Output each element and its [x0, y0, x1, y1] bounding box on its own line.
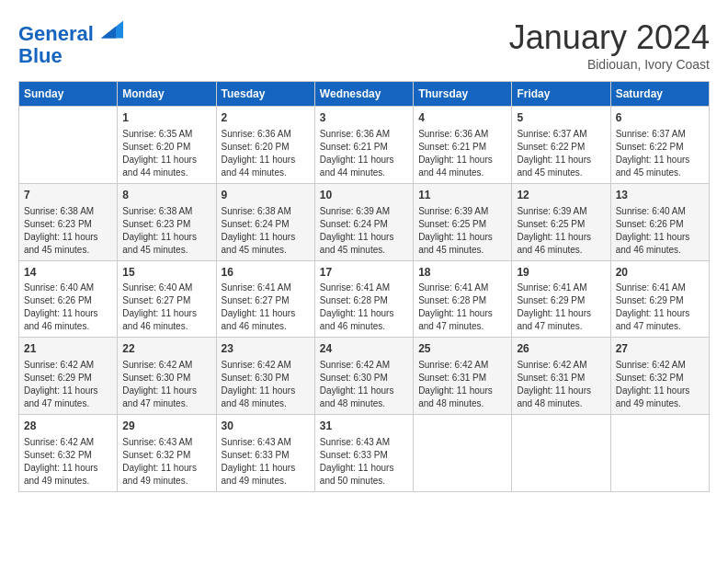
- day-number: 3: [320, 110, 408, 126]
- day-number: 7: [24, 188, 112, 203]
- calendar-cell: 18Sunrise: 6:41 AM Sunset: 6:28 PM Dayli…: [414, 260, 512, 338]
- calendar-week-row: 21Sunrise: 6:42 AM Sunset: 6:29 PM Dayli…: [19, 338, 710, 415]
- day-info: Sunrise: 6:40 AM Sunset: 6:27 PM Dayligh…: [122, 282, 210, 333]
- day-number: 26: [517, 341, 605, 357]
- header-sunday: Sunday: [19, 82, 118, 107]
- day-number: 24: [320, 341, 408, 357]
- calendar-cell: [512, 415, 610, 492]
- day-number: 18: [418, 265, 506, 281]
- calendar-cell: 17Sunrise: 6:41 AM Sunset: 6:28 PM Dayli…: [314, 260, 413, 338]
- calendar-cell: 4Sunrise: 6:36 AM Sunset: 6:21 PM Daylig…: [414, 107, 512, 184]
- calendar-cell: 2Sunrise: 6:36 AM Sunset: 6:20 PM Daylig…: [216, 107, 314, 184]
- day-number: 21: [24, 341, 112, 357]
- day-info: Sunrise: 6:41 AM Sunset: 6:29 PM Dayligh…: [616, 282, 704, 333]
- day-info: Sunrise: 6:39 AM Sunset: 6:25 PM Dayligh…: [517, 205, 605, 257]
- calendar-cell: 21Sunrise: 6:42 AM Sunset: 6:29 PM Dayli…: [19, 338, 118, 415]
- day-info: Sunrise: 6:38 AM Sunset: 6:23 PM Dayligh…: [122, 205, 210, 257]
- calendar-cell: 27Sunrise: 6:42 AM Sunset: 6:32 PM Dayli…: [610, 338, 709, 415]
- day-number: 28: [24, 419, 112, 434]
- day-info: Sunrise: 6:39 AM Sunset: 6:25 PM Dayligh…: [418, 205, 506, 257]
- calendar-cell: 14Sunrise: 6:40 AM Sunset: 6:26 PM Dayli…: [19, 260, 118, 338]
- calendar-cell: 26Sunrise: 6:42 AM Sunset: 6:31 PM Dayli…: [512, 338, 610, 415]
- calendar-cell: 20Sunrise: 6:41 AM Sunset: 6:29 PM Dayli…: [610, 260, 709, 338]
- title-block: January 2024 Bidiouan, Ivory Coast: [509, 18, 710, 72]
- calendar-cell: 23Sunrise: 6:42 AM Sunset: 6:30 PM Dayli…: [216, 338, 314, 415]
- calendar-week-row: 7Sunrise: 6:38 AM Sunset: 6:23 PM Daylig…: [19, 183, 710, 260]
- day-number: 14: [24, 265, 112, 281]
- day-number: 31: [320, 419, 408, 434]
- day-number: 25: [418, 341, 506, 357]
- day-info: Sunrise: 6:37 AM Sunset: 6:22 PM Dayligh…: [517, 128, 605, 179]
- day-info: Sunrise: 6:43 AM Sunset: 6:33 PM Dayligh…: [222, 436, 310, 488]
- calendar-cell: 13Sunrise: 6:40 AM Sunset: 6:26 PM Dayli…: [610, 183, 709, 260]
- day-number: 11: [418, 188, 506, 203]
- day-info: Sunrise: 6:42 AM Sunset: 6:31 PM Dayligh…: [418, 359, 506, 410]
- calendar-cell: 5Sunrise: 6:37 AM Sunset: 6:22 PM Daylig…: [512, 107, 610, 184]
- header-wednesday: Wednesday: [314, 82, 413, 107]
- day-info: Sunrise: 6:39 AM Sunset: 6:24 PM Dayligh…: [320, 205, 408, 257]
- day-info: Sunrise: 6:41 AM Sunset: 6:29 PM Dayligh…: [517, 282, 605, 333]
- day-info: Sunrise: 6:40 AM Sunset: 6:26 PM Dayligh…: [616, 205, 704, 257]
- logo: General Blue: [18, 18, 123, 67]
- logo-text: General: [18, 18, 123, 45]
- day-number: 16: [222, 265, 310, 281]
- day-number: 27: [616, 341, 704, 357]
- day-number: 8: [122, 188, 210, 203]
- calendar-cell: 29Sunrise: 6:43 AM Sunset: 6:32 PM Dayli…: [118, 415, 216, 492]
- calendar-cell: [19, 107, 118, 184]
- day-info: Sunrise: 6:42 AM Sunset: 6:32 PM Dayligh…: [616, 359, 704, 410]
- day-number: 5: [517, 110, 605, 126]
- day-number: 6: [616, 110, 704, 126]
- day-info: Sunrise: 6:42 AM Sunset: 6:30 PM Dayligh…: [222, 359, 310, 410]
- calendar-cell: 24Sunrise: 6:42 AM Sunset: 6:30 PM Dayli…: [314, 338, 413, 415]
- day-number: 29: [122, 419, 210, 434]
- logo-icon: [101, 18, 123, 40]
- day-number: 22: [122, 341, 210, 357]
- day-info: Sunrise: 6:40 AM Sunset: 6:26 PM Dayligh…: [24, 282, 112, 333]
- calendar-cell: 7Sunrise: 6:38 AM Sunset: 6:23 PM Daylig…: [19, 183, 118, 260]
- day-number: 17: [320, 265, 408, 281]
- calendar-week-row: 28Sunrise: 6:42 AM Sunset: 6:32 PM Dayli…: [19, 415, 710, 492]
- day-info: Sunrise: 6:43 AM Sunset: 6:33 PM Dayligh…: [320, 436, 408, 488]
- page-header: General Blue January 2024 Bidiouan, Ivor…: [18, 18, 710, 72]
- calendar-table: SundayMondayTuesdayWednesdayThursdayFrid…: [18, 81, 710, 492]
- calendar-cell: 22Sunrise: 6:42 AM Sunset: 6:30 PM Dayli…: [118, 338, 216, 415]
- header-tuesday: Tuesday: [216, 82, 314, 107]
- calendar-week-row: 14Sunrise: 6:40 AM Sunset: 6:26 PM Dayli…: [19, 260, 710, 338]
- day-info: Sunrise: 6:38 AM Sunset: 6:23 PM Dayligh…: [24, 205, 112, 257]
- calendar-cell: 25Sunrise: 6:42 AM Sunset: 6:31 PM Dayli…: [414, 338, 512, 415]
- day-number: 20: [616, 265, 704, 281]
- day-info: Sunrise: 6:37 AM Sunset: 6:22 PM Dayligh…: [616, 128, 704, 179]
- calendar-cell: 12Sunrise: 6:39 AM Sunset: 6:25 PM Dayli…: [512, 183, 610, 260]
- day-number: 12: [517, 188, 605, 203]
- header-thursday: Thursday: [414, 82, 512, 107]
- calendar-cell: 6Sunrise: 6:37 AM Sunset: 6:22 PM Daylig…: [610, 107, 709, 184]
- day-info: Sunrise: 6:42 AM Sunset: 6:30 PM Dayligh…: [122, 359, 210, 410]
- calendar-cell: 16Sunrise: 6:41 AM Sunset: 6:27 PM Dayli…: [216, 260, 314, 338]
- calendar-cell: [610, 415, 709, 492]
- logo-blue: Blue: [18, 45, 123, 67]
- day-info: Sunrise: 6:41 AM Sunset: 6:27 PM Dayligh…: [222, 282, 310, 333]
- calendar-header-row: SundayMondayTuesdayWednesdayThursdayFrid…: [19, 82, 710, 107]
- day-number: 15: [122, 265, 210, 281]
- calendar-cell: 10Sunrise: 6:39 AM Sunset: 6:24 PM Dayli…: [314, 183, 413, 260]
- day-info: Sunrise: 6:42 AM Sunset: 6:31 PM Dayligh…: [517, 359, 605, 410]
- day-number: 1: [122, 110, 210, 126]
- day-number: 4: [418, 110, 506, 126]
- svg-marker-1: [101, 27, 116, 39]
- calendar-cell: 3Sunrise: 6:36 AM Sunset: 6:21 PM Daylig…: [314, 107, 413, 184]
- month-title: January 2024: [509, 18, 710, 57]
- calendar-cell: 30Sunrise: 6:43 AM Sunset: 6:33 PM Dayli…: [216, 415, 314, 492]
- day-number: 13: [616, 188, 704, 203]
- calendar-cell: 19Sunrise: 6:41 AM Sunset: 6:29 PM Dayli…: [512, 260, 610, 338]
- day-number: 23: [222, 341, 310, 357]
- day-info: Sunrise: 6:42 AM Sunset: 6:30 PM Dayligh…: [320, 359, 408, 410]
- day-info: Sunrise: 6:42 AM Sunset: 6:29 PM Dayligh…: [24, 359, 112, 410]
- header-friday: Friday: [512, 82, 610, 107]
- day-number: 2: [222, 110, 310, 126]
- calendar-week-row: 1Sunrise: 6:35 AM Sunset: 6:20 PM Daylig…: [19, 107, 710, 184]
- calendar-cell: [414, 415, 512, 492]
- calendar-cell: 11Sunrise: 6:39 AM Sunset: 6:25 PM Dayli…: [414, 183, 512, 260]
- day-number: 10: [320, 188, 408, 203]
- day-info: Sunrise: 6:41 AM Sunset: 6:28 PM Dayligh…: [418, 282, 506, 333]
